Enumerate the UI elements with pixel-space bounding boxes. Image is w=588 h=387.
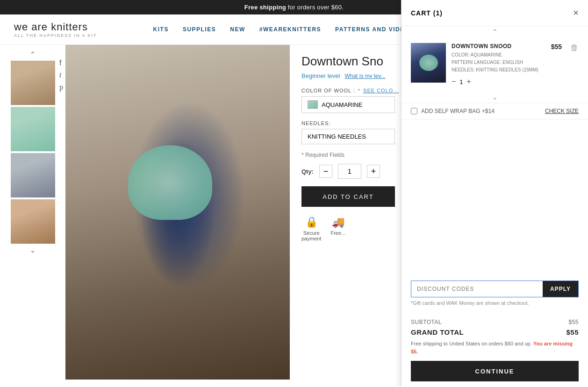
cart-discount-section: APPLY *Gift cards and WAK Money are show… [402, 273, 588, 313]
grand-total-label: GRAND TOTAL [411, 328, 464, 336]
cart-item-price: $55 [551, 43, 562, 50]
color-value: AQUAMARINE [322, 101, 362, 108]
cart-item-details: DOWNTOWN SNOOD COLOR: AQUAMARINE PATTERN… [452, 43, 545, 86]
add-to-cart-button[interactable]: ADD TO CART [301, 186, 395, 207]
cart-item-color: COLOR: AQUAMARINE [452, 51, 545, 59]
thumbnail-4[interactable] [11, 199, 55, 244]
lock-icon: 🔒 [305, 216, 318, 228]
trust-secure-payment: 🔒 Securepayment [301, 216, 321, 241]
subtotal-value: $55 [568, 319, 579, 325]
wrap-bag-checkbox[interactable] [411, 108, 417, 114]
product-photo [65, 45, 290, 380]
cart-item-delete-button[interactable]: 🗑 [570, 43, 579, 53]
cart-qty-row: − 1 + [452, 77, 545, 86]
continue-button[interactable]: CONTINUE [411, 361, 579, 381]
cart-qty-value: 1 [459, 78, 463, 85]
cart-qty-decrease[interactable]: − [452, 77, 456, 86]
logo-sub: ALL THE HAPPINESS IN A KIT [14, 33, 97, 38]
nav-weareknitters[interactable]: #WEAREKNITTERS [259, 26, 321, 33]
cart-close-button[interactable]: × [573, 7, 579, 18]
thumbnail-2[interactable] [11, 107, 55, 151]
gift-card-note: *Gift cards and WAK Money are shown at c… [411, 300, 579, 306]
thumb-nav-up[interactable]: ⌃ [26, 49, 40, 59]
pinterest-icon[interactable]: p [59, 83, 63, 91]
main-nav: KITS SUPPLIES NEW #WEAREKNITTERS PATTERN… [153, 26, 415, 33]
color-selector[interactable]: AQUAMARINE [301, 96, 395, 113]
color-swatch [308, 100, 318, 109]
qty-increase-button[interactable]: + [367, 165, 380, 178]
logo[interactable]: we are knitters ALL THE HAPPINESS IN A K… [14, 21, 97, 38]
thumb-nav-down[interactable]: ⌄ [26, 246, 40, 255]
needles-value: KNITTING NEEDLES [308, 133, 366, 140]
qty-input[interactable] [338, 164, 361, 179]
cart-wrap-bag-section: ADD SELF WRAP BAG +$14 CHECK SIZE [402, 103, 588, 120]
discount-row: APPLY [411, 281, 579, 297]
cart-item-photo [411, 43, 446, 83]
twitter-icon[interactable]: t [59, 71, 63, 79]
subtotal-row: SUBTOTAL $55 [411, 319, 579, 325]
nav-new[interactable]: NEW [230, 26, 245, 33]
shipping-note: Free shipping to United States on orders… [411, 340, 579, 355]
banner-bold: Free shipping [244, 4, 286, 11]
logo-name: we are knitters [14, 21, 97, 33]
check-size-link[interactable]: CHECK SIZE [545, 108, 579, 114]
discount-input[interactable] [411, 281, 543, 297]
see-colors-link[interactable]: SEE COLO... [363, 88, 399, 93]
cart-item-image [411, 43, 446, 83]
cart-scarf-mini [419, 55, 438, 71]
cart-totals: SUBTOTAL $55 GRAND TOTAL $55 Free shippi… [402, 313, 588, 387]
cart-item-needles: NEEDLES: KNITTING NEEDLES (15MM) [452, 66, 545, 74]
thumbnail-3[interactable] [11, 153, 55, 197]
wrap-bag-left: ADD SELF WRAP BAG +$14 [411, 108, 495, 114]
subtotal-label: SUBTOTAL [411, 319, 442, 325]
thumbnail-column: ⌃ ⌄ f t p [0, 45, 65, 380]
scarf-visual [128, 145, 212, 220]
cart-qty-increase[interactable]: + [467, 77, 471, 86]
qty-label: Qty: [301, 168, 314, 175]
cart-panel: CART (1) × ⌃ DOWNTOWN SNOOD COLOR: AQUAM… [401, 0, 588, 387]
cart-scroll-down[interactable]: ⌄ [402, 91, 588, 103]
apply-discount-button[interactable]: APPLY [543, 281, 578, 297]
cart-title: CART (1) [411, 9, 443, 17]
what-is-my-level-link[interactable]: What is my lev... [344, 73, 385, 79]
banner-text: for orders over $60. [286, 4, 344, 11]
trust-free-shipping: 🚚 Free... [330, 216, 345, 236]
qty-decrease-button[interactable]: − [319, 165, 332, 178]
social-icons: f t p [59, 59, 63, 91]
facebook-icon[interactable]: f [59, 59, 63, 67]
thumbnail-1[interactable] [11, 61, 55, 105]
nav-kits[interactable]: KITS [153, 26, 169, 33]
grand-total-value: $55 [566, 328, 579, 336]
trust-payment-label: Securepayment [301, 230, 321, 241]
trust-shipping-label: Free... [330, 230, 345, 236]
cart-item: DOWNTOWN SNOOD COLOR: AQUAMARINE PATTERN… [402, 37, 588, 91]
grand-total-row: GRAND TOTAL $55 [411, 328, 579, 336]
required-star: * [358, 88, 360, 93]
cart-scroll-up[interactable]: ⌃ [402, 26, 588, 37]
level-text: Beginner level [301, 72, 340, 79]
cart-header: CART (1) × [402, 0, 588, 26]
wrap-bag-label: ADD SELF WRAP BAG +$14 [421, 108, 495, 114]
cart-spacer [402, 120, 588, 273]
cart-item-name: DOWNTOWN SNOOD [452, 43, 545, 49]
main-product-image [65, 45, 290, 380]
cart-item-language: PATTERN LANGUAGE: ENGLISH [452, 59, 545, 66]
truck-icon: 🚚 [332, 216, 344, 228]
nav-supplies[interactable]: SUPPLIES [183, 26, 216, 33]
needles-selector[interactable]: KNITTING NEEDLES [301, 129, 395, 144]
